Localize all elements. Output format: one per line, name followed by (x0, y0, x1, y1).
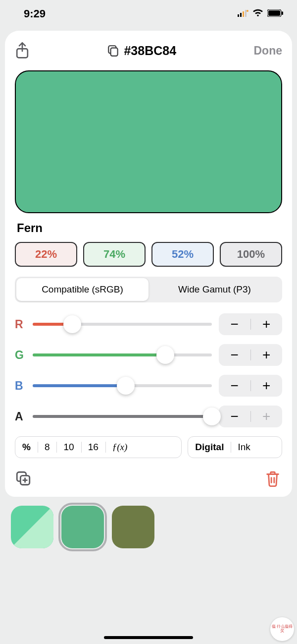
slider-g-label: G (15, 349, 26, 362)
status-icons (238, 9, 283, 19)
slider-r-track[interactable] (33, 323, 212, 326)
delete-button[interactable] (264, 470, 282, 488)
percent-a[interactable]: 100% (220, 242, 282, 267)
slider-g-row: G −+ (15, 344, 282, 366)
slider-b-knob[interactable] (117, 377, 135, 395)
slider-g-knob[interactable] (156, 346, 174, 364)
stepper-r-minus[interactable]: − (219, 316, 250, 332)
percent-row: 22% 74% 52% 100% (15, 242, 282, 267)
percent-b[interactable]: 52% (151, 242, 214, 267)
hex-title[interactable]: #38BC84 (107, 44, 176, 58)
color-editor-sheet: #38BC84 Done Fern 22% 74% 52% 100% Compa… (5, 31, 292, 497)
format-8[interactable]: 8 (38, 437, 57, 458)
share-button[interactable] (15, 42, 30, 59)
svg-rect-1 (240, 13, 242, 17)
slider-r-knob[interactable] (63, 315, 81, 333)
stepper-a-plus[interactable]: + (251, 409, 283, 424)
mode-group[interactable]: Digital Ink (188, 436, 282, 458)
svg-rect-9 (111, 48, 118, 56)
gamut-wide[interactable]: Wide Gamut (P3) (148, 278, 281, 301)
palette-swatch-2[interactable] (112, 506, 154, 548)
percent-g[interactable]: 74% (83, 242, 146, 267)
slider-g-track[interactable] (33, 353, 212, 356)
stepper-a[interactable]: −+ (219, 406, 282, 427)
duplicate-button[interactable] (15, 470, 33, 488)
battery-icon (267, 9, 283, 19)
mode-digital[interactable]: Digital (188, 437, 231, 458)
stepper-a-minus[interactable]: − (219, 409, 250, 424)
slider-b-label: B (15, 379, 26, 393)
svg-point-4 (247, 10, 248, 12)
stepper-g[interactable]: −+ (219, 344, 282, 366)
stepper-r[interactable]: −+ (219, 313, 282, 335)
palette-swatch-1[interactable] (61, 506, 104, 548)
stepper-g-plus[interactable]: + (251, 347, 283, 363)
color-swatch[interactable] (15, 70, 282, 213)
svg-rect-3 (245, 10, 247, 17)
color-name: Fern (17, 221, 282, 235)
action-row (15, 470, 282, 488)
svg-rect-7 (282, 11, 283, 15)
slider-a-row: A −+ (15, 406, 282, 427)
svg-rect-6 (268, 10, 280, 16)
stepper-r-plus[interactable]: + (251, 316, 283, 332)
stepper-b-plus[interactable]: + (251, 378, 283, 394)
format-groups: % 8 10 16 ƒ(x) Digital Ink (15, 436, 282, 458)
slider-a-knob[interactable] (203, 408, 221, 425)
hex-value: #38BC84 (124, 44, 176, 58)
mode-ink[interactable]: Ink (231, 437, 257, 458)
palette-swatch-0[interactable] (11, 506, 53, 548)
wifi-icon (252, 9, 263, 19)
slider-r-label: R (15, 318, 26, 331)
slider-b-row: B −+ (15, 375, 282, 397)
home-indicator[interactable] (104, 636, 193, 639)
palette-row (0, 497, 297, 548)
status-time: 9:29 (24, 7, 46, 20)
done-button[interactable]: Done (253, 44, 282, 58)
slider-b-track[interactable] (33, 384, 212, 387)
gamut-segmented[interactable]: Compatible (sRGB) Wide Gamut (P3) (15, 277, 282, 302)
stepper-g-minus[interactable]: − (219, 347, 250, 363)
format-group[interactable]: % 8 10 16 ƒ(x) (15, 436, 182, 458)
copy-icon (107, 44, 120, 57)
gamut-compatible[interactable]: Compatible (sRGB) (16, 278, 148, 301)
slider-a-label: A (15, 410, 26, 423)
format-fx[interactable]: ƒ(x) (105, 437, 135, 458)
svg-rect-0 (238, 14, 239, 17)
stepper-b-minus[interactable]: − (219, 378, 250, 394)
watermark: 值 什么值得买 (270, 617, 294, 641)
status-bar: 9:29 (0, 0, 297, 28)
percent-r[interactable]: 22% (15, 242, 77, 267)
slider-r-row: R −+ (15, 313, 282, 335)
svg-rect-2 (243, 11, 244, 17)
sheet-header: #38BC84 Done (15, 42, 282, 59)
cellular-icon (238, 9, 248, 19)
format-10[interactable]: 10 (56, 437, 81, 458)
format-percent[interactable]: % (15, 437, 38, 458)
stepper-b[interactable]: −+ (219, 375, 282, 397)
slider-a-track[interactable] (33, 415, 212, 418)
format-16[interactable]: 16 (81, 437, 105, 458)
